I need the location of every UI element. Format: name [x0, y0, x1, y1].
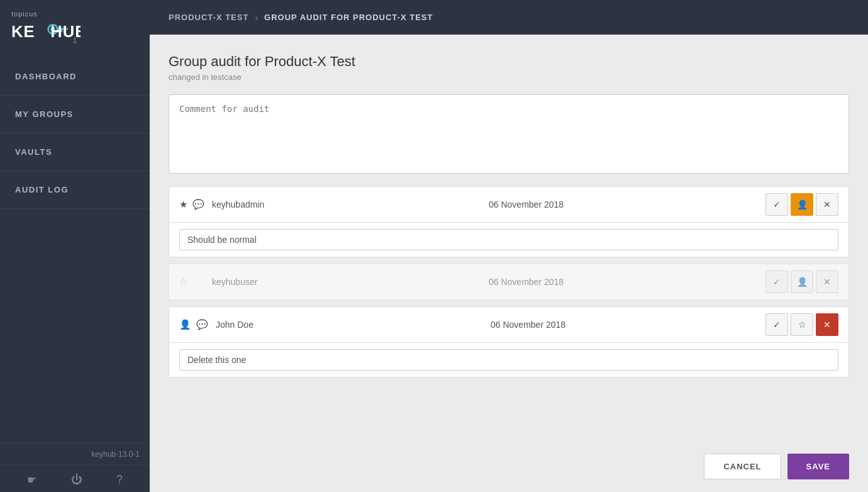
- footer-buttons: CANCEL SAVE: [150, 441, 868, 492]
- logo-container: topicus KE HUB 1: [11, 10, 81, 48]
- audit-actions-2: ✓ 👤 ✕: [765, 271, 838, 293]
- comment-icon-3[interactable]: 💬: [196, 319, 208, 330]
- audit-note-input-1[interactable]: [179, 229, 838, 250]
- audit-row-1: ★ 💬 keyhubadmin 06 November 2018 ✓ 👤 ✕: [169, 186, 849, 223]
- audit-user-1: keyhubadmin: [212, 199, 481, 210]
- audit-user-3: John Doe: [216, 320, 483, 330]
- audit-row-3: 👤 💬 John Doe 06 November 2018 ✓ ☆ ✕: [169, 306, 849, 343]
- sidebar-footer-icons: ☛ ⏻ ?: [0, 465, 150, 492]
- audit-entry-1: ★ 💬 keyhubadmin 06 November 2018 ✓ 👤 ✕: [169, 186, 849, 257]
- power-icon[interactable]: ⏻: [71, 473, 82, 487]
- svg-text:KE: KE: [11, 23, 35, 40]
- sidebar: topicus KE HUB 1 DAS: [0, 0, 150, 492]
- keyhub-logo-icon: KE HUB 1: [11, 19, 81, 45]
- logo-area: topicus KE HUB 1: [0, 0, 150, 58]
- main-content: PRODUCT-X TEST › GROUP AUDIT FOR PRODUCT…: [150, 0, 868, 492]
- version-label: keyhub-13.0-1: [0, 443, 150, 465]
- star-icon-2[interactable]: ☆: [179, 276, 187, 288]
- star-btn-3[interactable]: ☆: [791, 313, 813, 336]
- user-icon[interactable]: ☛: [27, 473, 37, 487]
- person-icon-3: 👤: [179, 319, 191, 330]
- audit-row-2-icons: ☆: [179, 276, 204, 288]
- comment-icon-1[interactable]: 💬: [192, 199, 204, 210]
- topbar: PRODUCT-X TEST › GROUP AUDIT FOR PRODUCT…: [150, 0, 868, 35]
- audit-actions-1: ✓ 👤 ✕: [765, 193, 838, 216]
- sidebar-item-my-groups[interactable]: MY GROUPS: [0, 96, 150, 133]
- audit-user-2: keyhubuser: [212, 277, 481, 287]
- help-icon[interactable]: ?: [116, 473, 123, 487]
- svg-text:1: 1: [73, 36, 77, 44]
- page-title: Group audit for Product-X Test: [169, 53, 849, 70]
- check-btn-3[interactable]: ✓: [765, 313, 788, 336]
- check-btn-2[interactable]: ✓: [765, 271, 788, 293]
- comment-box: [169, 94, 849, 174]
- page-content: Group audit for Product-X Test changed i…: [150, 35, 868, 441]
- star-icon-1[interactable]: ★: [179, 199, 187, 210]
- sidebar-item-dashboard[interactable]: DASHBOARD: [0, 58, 150, 96]
- close-btn-1[interactable]: ✕: [816, 193, 838, 216]
- audit-actions-3: ✓ ☆ ✕: [765, 313, 838, 336]
- comment-textarea[interactable]: [169, 95, 849, 171]
- cancel-button[interactable]: CANCEL: [704, 454, 781, 479]
- close-btn-3[interactable]: ✕: [816, 313, 838, 336]
- audit-date-1: 06 November 2018: [489, 199, 758, 210]
- audit-date-3: 06 November 2018: [491, 320, 758, 330]
- audit-note-input-3[interactable]: [179, 349, 838, 371]
- person-btn-1[interactable]: 👤: [791, 193, 813, 216]
- person-btn-2[interactable]: 👤: [791, 271, 813, 293]
- check-btn-1[interactable]: ✓: [765, 193, 788, 216]
- sidebar-item-vaults[interactable]: VAULTS: [0, 133, 150, 171]
- breadcrumb-current: GROUP AUDIT FOR PRODUCT-X TEST: [264, 13, 433, 22]
- brand-name: topicus: [11, 10, 81, 18]
- audit-row-1-icons: ★ 💬: [179, 199, 204, 210]
- audit-date-2: 06 November 2018: [489, 277, 758, 287]
- audit-note-1: [169, 223, 849, 257]
- audit-entry-2: ☆ keyhubuser 06 November 2018 ✓ 👤 ✕: [169, 264, 849, 300]
- save-button[interactable]: SAVE: [787, 454, 849, 479]
- close-btn-2[interactable]: ✕: [816, 271, 838, 293]
- breadcrumb-separator: ›: [255, 13, 258, 23]
- sidebar-item-audit-log[interactable]: AUDIT LOG: [0, 171, 150, 209]
- audit-row-2: ☆ keyhubuser 06 November 2018 ✓ 👤 ✕: [169, 264, 849, 300]
- audit-entry-3: 👤 💬 John Doe 06 November 2018 ✓ ☆ ✕: [169, 306, 849, 377]
- audit-note-3: [169, 343, 849, 377]
- page-subtitle: changed in testcase: [169, 72, 849, 82]
- breadcrumb-parent: PRODUCT-X TEST: [169, 13, 248, 22]
- audit-row-3-icons: 👤 💬: [179, 319, 208, 330]
